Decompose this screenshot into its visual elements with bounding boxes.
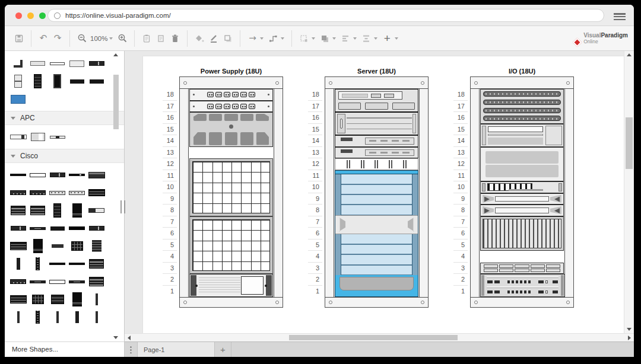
shadow-button[interactable] xyxy=(221,31,235,46)
rack-server-18u[interactable] xyxy=(325,76,429,308)
shape-thumbnail-vert-dots[interactable] xyxy=(28,255,47,273)
shape-thumbnail-box-grid-dark[interactable] xyxy=(67,237,87,255)
shape-thumbnail-bar-ports[interactable] xyxy=(28,184,47,202)
shape-thumbnail-box-grid[interactable] xyxy=(87,184,106,202)
rack-title-power-supply-18u[interactable]: Power Supply (18U) xyxy=(179,68,283,75)
arrow-style-dropdown[interactable]: → xyxy=(245,31,266,46)
order-dropdown[interactable] xyxy=(318,31,338,46)
canvas-horizontal-scrollbar[interactable] xyxy=(125,333,634,341)
device-power-strip[interactable] xyxy=(189,89,273,101)
delete-button[interactable] xyxy=(168,31,182,46)
diagram-canvas[interactable]: Power Supply (18U)1817161514131211109876… xyxy=(125,51,634,341)
device-cable-organizer[interactable] xyxy=(335,158,418,170)
shape-thumbnail-vert-thin[interactable] xyxy=(47,308,67,326)
palette-section-cisco[interactable]: Cisco xyxy=(5,149,124,163)
shape-thumbnail-vert-bar[interactable] xyxy=(67,308,87,326)
insert-shape-dropdown[interactable]: + xyxy=(380,31,401,46)
shape-thumbnail-cabinet-lines[interactable] xyxy=(87,237,106,255)
palette-section-apc[interactable]: APC xyxy=(5,111,124,125)
shape-thumbnail-bar-outline[interactable] xyxy=(28,166,47,184)
zoom-out-button[interactable] xyxy=(75,31,89,46)
device-power-strip[interactable] xyxy=(189,101,273,113)
shape-thumbnail-l-bracket[interactable] xyxy=(8,55,28,72)
shape-thumbnail-bar-outline[interactable] xyxy=(47,273,67,290)
device-vent-panel-3u[interactable] xyxy=(480,216,564,251)
device-handle-unit-1u[interactable] xyxy=(480,193,564,205)
shape-thumbnail-strip-thin-dark[interactable] xyxy=(47,128,67,146)
shape-thumbnail-bar-dark-detail[interactable] xyxy=(87,219,106,237)
shape-thumbnail-vert-thin[interactable] xyxy=(8,308,28,326)
shape-thumbnail-bar-thin-dark[interactable] xyxy=(28,219,47,237)
browser-menu-icon[interactable] xyxy=(614,12,626,21)
device-server-lines-2u[interactable] xyxy=(335,112,418,135)
shape-thumbnail-cabinet-black[interactable] xyxy=(67,202,87,219)
device-patch-panel-3u[interactable] xyxy=(480,89,564,124)
shape-thumbnail-bar-outline-dark[interactable] xyxy=(87,202,106,219)
device-handle-unit-1u[interactable] xyxy=(480,205,564,216)
shape-thumbnail-bar-ports[interactable] xyxy=(8,184,28,202)
save-button[interactable] xyxy=(12,31,26,46)
scroll-up-icon[interactable] xyxy=(627,53,632,56)
shape-thumbnail-box-lines[interactable] xyxy=(87,273,106,290)
shape-thumbnail-bar-black[interactable] xyxy=(67,255,87,273)
shape-thumbnail-bar-thin[interactable] xyxy=(47,55,67,72)
device-blade-enclosure[interactable] xyxy=(335,170,418,298)
device-server-1u[interactable] xyxy=(335,147,418,159)
rack-title-i-o-18u[interactable]: I/O (18U) xyxy=(470,68,574,75)
more-shapes-button[interactable]: More Shapes... xyxy=(5,341,124,357)
device-rack-server[interactable] xyxy=(189,274,273,297)
close-window-button[interactable] xyxy=(15,12,22,19)
device-ports-unit-2u[interactable] xyxy=(480,274,565,297)
shape-thumbnail-bar-dark-detail[interactable] xyxy=(8,219,28,237)
undo-button[interactable]: ↶ xyxy=(36,31,50,46)
zoom-in-button[interactable] xyxy=(115,31,129,46)
shape-thumbnail-bar-ports-light[interactable] xyxy=(67,184,87,202)
site-info-icon[interactable] xyxy=(54,12,61,19)
shape-thumbnail-bar-black[interactable] xyxy=(47,255,67,273)
shape-thumbnail-bar-black-wide[interactable] xyxy=(67,219,87,237)
shape-thumbnail-box-light[interactable] xyxy=(67,55,87,72)
shape-thumbnail-vert-thin[interactable] xyxy=(87,308,106,326)
page-tab[interactable]: Page-1 xyxy=(138,342,215,357)
shape-thumbnail-box-lines[interactable] xyxy=(28,202,47,219)
line-color-button[interactable] xyxy=(207,31,221,46)
fill-color-button[interactable] xyxy=(192,31,207,46)
device-io-unit-3u[interactable] xyxy=(480,147,564,182)
shape-thumbnail-box-split[interactable] xyxy=(47,290,67,308)
shape-thumbnail-box-lines[interactable] xyxy=(8,202,28,219)
shape-thumbnail-box-lines-wide[interactable] xyxy=(8,237,28,255)
shape-thumbnail-cabinet-dark[interactable] xyxy=(47,202,67,219)
shape-thumbnail-bar-small[interactable] xyxy=(47,237,67,255)
scrollbar-thumb[interactable] xyxy=(626,117,633,169)
shape-thumbnail-box-lines-wide[interactable] xyxy=(8,290,28,308)
rack-i-o-18u[interactable] xyxy=(470,76,574,308)
shape-thumbnail-box-square[interactable] xyxy=(28,128,47,146)
scroll-down-icon[interactable] xyxy=(113,336,118,339)
shape-thumbnail-bar-thin-dark[interactable] xyxy=(28,273,47,290)
sidebar-collapse-handle[interactable] xyxy=(120,200,125,213)
shape-thumbnail-bar-dark[interactable] xyxy=(67,72,87,90)
add-page-button[interactable]: + xyxy=(215,342,231,357)
device-blank-grid-panel[interactable] xyxy=(189,158,273,216)
device-server-1u[interactable] xyxy=(335,135,418,147)
shape-thumbnail-bar-dark[interactable] xyxy=(87,72,106,90)
shape-thumbnail-bar-thin-dark[interactable] xyxy=(67,273,87,290)
scroll-down-icon[interactable] xyxy=(627,328,632,331)
shape-thumbnail-cabinet-black[interactable] xyxy=(28,237,47,255)
page-list-button[interactable] xyxy=(125,342,138,357)
redo-button[interactable]: ↷ xyxy=(50,31,65,46)
connector-style-dropdown[interactable] xyxy=(266,31,287,46)
align-dropdown[interactable] xyxy=(338,31,359,46)
address-bar[interactable]: https://online.visual-paradigm.com/ xyxy=(47,9,604,22)
rack-power-supply-18u[interactable] xyxy=(179,76,283,308)
scrollbar-thumb[interactable] xyxy=(113,75,119,129)
shape-thumbnail-strip-outline[interactable] xyxy=(8,128,28,146)
group-dropdown[interactable] xyxy=(297,31,318,46)
rack-title-server-18u[interactable]: Server (18U) xyxy=(325,68,429,75)
device-server-unit-2u[interactable] xyxy=(335,89,418,112)
shape-thumbnail-bar-ports[interactable] xyxy=(8,273,28,290)
device-io-unit-2u[interactable] xyxy=(480,124,564,147)
shape-thumbnail-box-lines[interactable] xyxy=(87,255,106,273)
shape-thumbnail-vert-bar[interactable] xyxy=(8,255,28,273)
device-blank-grid-panel[interactable] xyxy=(189,216,273,274)
